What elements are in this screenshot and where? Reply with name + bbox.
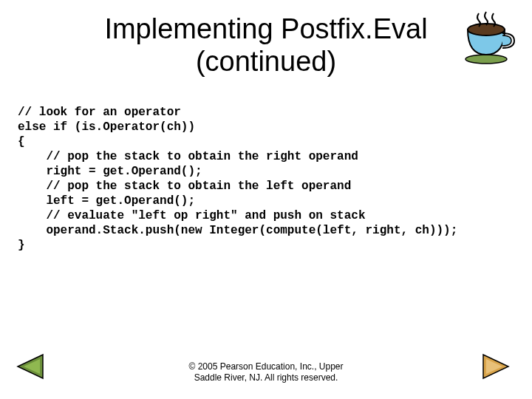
- code-line: left = get.Operand();: [18, 194, 195, 208]
- title-line-1: Implementing Postfix.Eval: [0, 13, 532, 46]
- code-line: // look for an operator: [18, 106, 181, 119]
- code-line: // evaluate "left op right" and push on …: [18, 209, 365, 222]
- svg-point-1: [468, 24, 505, 35]
- footer-line-1: © 2005 Pearson Education, Inc., Upper: [0, 361, 532, 372]
- code-line: operand.Stack.push(new Integer(compute(l…: [18, 224, 457, 237]
- title-line-2: (continued): [0, 46, 532, 78]
- code-block: // look for an operator else if (is.Oper…: [18, 105, 514, 253]
- code-line: }: [18, 239, 25, 252]
- code-line: right = get.Operand();: [18, 165, 202, 178]
- code-line: // pop the stack to obtain the left oper…: [18, 180, 351, 193]
- code-line: else if (is.Operator(ch)): [18, 120, 195, 134]
- svg-point-0: [466, 55, 507, 64]
- page-title: Implementing Postfix.Eval (continued): [0, 13, 532, 78]
- next-arrow-icon[interactable]: [480, 350, 513, 386]
- prev-arrow-icon[interactable]: [13, 350, 46, 386]
- code-line: // pop the stack to obtain the right ope…: [18, 150, 358, 163]
- footer-line-2: Saddle River, NJ. All rights reserved.: [0, 372, 532, 383]
- code-line: {: [18, 135, 25, 149]
- coffee-cup-icon: [457, 7, 516, 66]
- copyright-footer: © 2005 Pearson Education, Inc., Upper Sa…: [0, 361, 532, 383]
